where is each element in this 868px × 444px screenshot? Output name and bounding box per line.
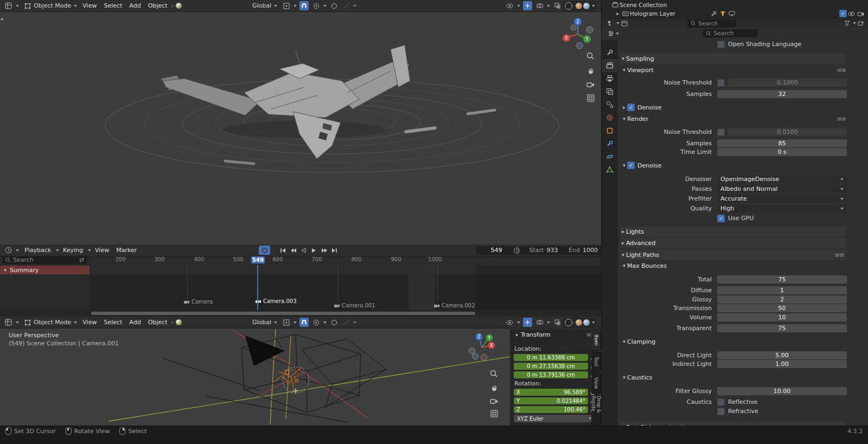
shading-material-button[interactable] bbox=[576, 319, 582, 326]
timeline-marker-camera-003[interactable]: Camera.003 bbox=[256, 298, 297, 304]
advanced-section[interactable]: ▸ Advanced bbox=[620, 238, 846, 248]
orientation-select[interactable]: Global bbox=[251, 318, 279, 327]
panel-grip-icon[interactable]: ≡≡ bbox=[837, 115, 846, 123]
menu-overflow-icon[interactable]: › bbox=[171, 2, 173, 9]
grid-ortho-icon[interactable] bbox=[489, 409, 499, 418]
new-collection-icon[interactable] bbox=[856, 19, 865, 28]
max-bounces-subsection[interactable]: ▾ Max Bounces bbox=[621, 261, 846, 270]
filter-funnel-icon[interactable] bbox=[843, 19, 852, 28]
shading-wireframe-button[interactable] bbox=[565, 2, 572, 10]
shading-wireframe-button[interactable] bbox=[565, 319, 572, 326]
menu-view[interactable]: View bbox=[79, 319, 100, 326]
timeline-marker-camera-001[interactable]: Camera.001 bbox=[334, 303, 375, 308]
frame-start-field[interactable]: Start 933 bbox=[520, 246, 567, 255]
noise-threshold-checkbox[interactable] bbox=[717, 128, 725, 136]
summary-channel[interactable]: ▾ Summary bbox=[0, 266, 90, 274]
snap-with-select[interactable] bbox=[310, 1, 328, 10]
denoise-subsection[interactable]: ▾ ✓ Denoise bbox=[621, 161, 846, 170]
orientation-select[interactable]: Global bbox=[251, 1, 279, 10]
tab-modifiers[interactable] bbox=[602, 137, 618, 150]
shading-rendered-button[interactable] bbox=[583, 3, 590, 9]
timeline-tracks[interactable]: Camera Camera.003 Camera.001 Camera.002 bbox=[90, 265, 601, 310]
location-x-field[interactable]: 0 m 11.63388 cm bbox=[514, 354, 588, 361]
menu-object[interactable]: Object bbox=[145, 319, 171, 326]
jump-to-start-button[interactable] bbox=[278, 246, 288, 254]
playhead-frame-label[interactable]: 549 bbox=[251, 256, 265, 263]
horizontal-scrollbar[interactable] bbox=[91, 312, 475, 315]
navigation-gizmo[interactable]: Z X Y bbox=[561, 16, 595, 49]
tab-view[interactable]: View bbox=[591, 372, 601, 394]
noise-threshold-checkbox[interactable] bbox=[717, 79, 725, 87]
panel-grip-icon[interactable]: ≡≡ bbox=[835, 252, 844, 259]
zoom-icon[interactable] bbox=[489, 369, 499, 378]
camera-view-icon[interactable] bbox=[489, 396, 499, 406]
mode-select[interactable]: Object Mode bbox=[21, 318, 79, 327]
volume-field[interactable]: 10 bbox=[717, 313, 847, 321]
outliner-search-input[interactable]: Search bbox=[687, 20, 736, 28]
play-button[interactable] bbox=[309, 246, 318, 254]
playhead-line[interactable] bbox=[257, 265, 258, 310]
reflective-checkbox[interactable] bbox=[717, 398, 725, 406]
editor-type-button[interactable] bbox=[2, 318, 21, 327]
location-y-field[interactable]: 0 m 27.15638 cm bbox=[514, 363, 588, 370]
menu-view[interactable]: View bbox=[79, 2, 100, 9]
denoise-checkbox[interactable]: ✓ bbox=[627, 104, 635, 111]
display-mode-icon[interactable] bbox=[620, 19, 629, 28]
current-frame-field[interactable]: 549 bbox=[476, 246, 516, 255]
show-gizmo-toggle[interactable] bbox=[523, 318, 532, 327]
rotation-y-field[interactable]: Y 0.021484° bbox=[514, 397, 588, 404]
tab-render[interactable] bbox=[602, 59, 618, 72]
outliner-editor[interactable]: Scene Collection ▸ Hologram Layer ✓ bbox=[601, 0, 868, 28]
render-subsection[interactable]: ▾ Render ≡≡ bbox=[621, 114, 846, 123]
sampling-section[interactable]: ▾ Sampling bbox=[620, 54, 846, 63]
viewport-canvas[interactable]: ▸ bbox=[0, 11, 601, 244]
viewport-subsection[interactable]: ▾ Viewport ≡≡ bbox=[621, 66, 846, 74]
direct-light-field[interactable]: 5.00 bbox=[717, 351, 847, 359]
snap-target-select[interactable] bbox=[280, 318, 298, 327]
falloff-select[interactable] bbox=[340, 318, 358, 327]
filter-glossy-field[interactable]: 10.00 bbox=[717, 387, 847, 395]
noise-threshold-field[interactable]: 0.1000 bbox=[728, 79, 847, 87]
properties-search-input[interactable]: Search bbox=[703, 29, 758, 37]
jump-to-end-button[interactable] bbox=[330, 246, 339, 254]
lights-section[interactable]: ▸ Lights bbox=[620, 227, 846, 236]
tab-world[interactable] bbox=[602, 111, 618, 124]
menu-object[interactable]: Object bbox=[145, 2, 171, 9]
xray-toggle[interactable] bbox=[553, 318, 562, 327]
quality-select[interactable]: High bbox=[717, 204, 847, 213]
play-reverse-button[interactable] bbox=[299, 246, 308, 254]
prev-keyframe-button[interactable] bbox=[289, 246, 298, 254]
clamping-subsection[interactable]: ▾ Clamping bbox=[621, 337, 846, 346]
outliner-row-collection[interactable]: ▸ Hologram Layer ✓ bbox=[602, 9, 868, 18]
tab-object[interactable] bbox=[602, 124, 618, 137]
channel-search-input[interactable]: Search ⇄ bbox=[2, 256, 87, 264]
show-overlays-button[interactable] bbox=[533, 318, 552, 327]
auto-keyframe-toggle[interactable] bbox=[259, 246, 270, 255]
eye-icon[interactable] bbox=[847, 9, 856, 18]
falloff-select[interactable] bbox=[340, 1, 358, 10]
xray-toggle[interactable] bbox=[553, 1, 562, 10]
menu-view[interactable]: View bbox=[92, 247, 112, 254]
viewport-secondary[interactable]: Object Mode View Select Add Object › Glo… bbox=[0, 317, 601, 426]
snap-toggle-button[interactable] bbox=[299, 318, 309, 327]
object-types-visibility-button[interactable] bbox=[503, 318, 522, 327]
snap-target-select[interactable] bbox=[280, 1, 298, 10]
collection-enable-checkbox[interactable]: ✓ bbox=[839, 10, 847, 17]
location-z-field[interactable]: 0 m 13.79136 cm bbox=[514, 371, 588, 378]
properties-editor[interactable]: Search bbox=[601, 28, 868, 426]
caustics-subsection[interactable]: ▾ Caustics bbox=[621, 373, 846, 382]
time-limit-field[interactable]: 0 s bbox=[717, 148, 847, 156]
passes-select[interactable]: Albedo and Normal bbox=[717, 185, 847, 193]
snap-with-select[interactable] bbox=[310, 318, 328, 327]
timeline-ruler[interactable]: 200 300 400 500 600 700 800 900 1000 bbox=[90, 255, 601, 266]
tab-tool[interactable] bbox=[602, 46, 618, 59]
menu-keying[interactable]: Keying bbox=[60, 247, 86, 254]
refractive-checkbox[interactable] bbox=[717, 408, 725, 415]
denoiser-select[interactable]: OpenImageDenoise bbox=[717, 175, 847, 183]
pan-hand-icon[interactable] bbox=[489, 383, 499, 392]
menu-select[interactable]: Select bbox=[100, 319, 125, 326]
osl-checkbox[interactable] bbox=[717, 41, 725, 48]
glossy-field[interactable]: 2 bbox=[717, 295, 847, 304]
menu-select[interactable]: Select bbox=[100, 2, 125, 9]
matcap-sphere-icon[interactable] bbox=[174, 318, 183, 327]
